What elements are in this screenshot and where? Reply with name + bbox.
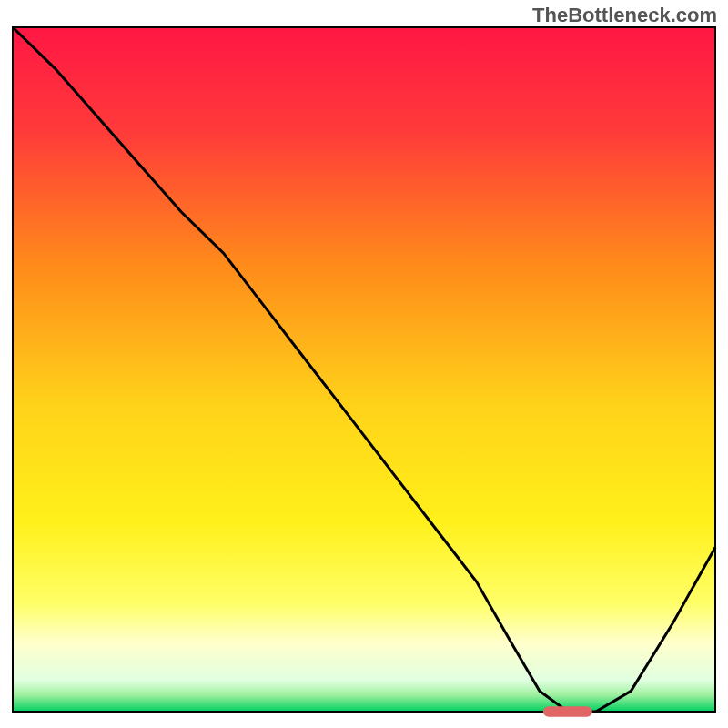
chart-svg (0, 0, 728, 728)
attribution-text: TheBottleneck.com (532, 4, 717, 27)
bottleneck-chart: TheBottleneck.com (0, 0, 728, 728)
plot-background (13, 27, 715, 712)
optimal-marker (543, 706, 592, 716)
